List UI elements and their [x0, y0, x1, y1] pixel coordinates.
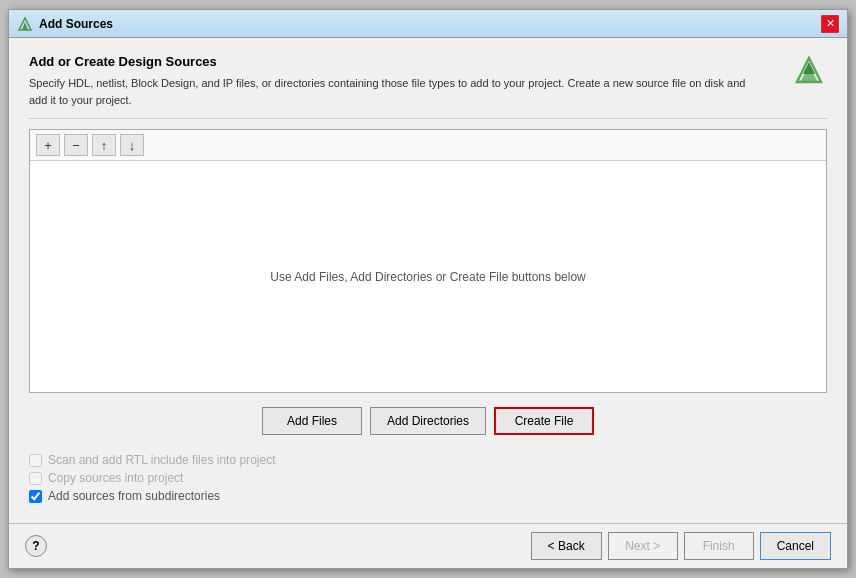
minus-icon: − — [72, 138, 80, 153]
copy-sources-label: Copy sources into project — [48, 471, 183, 485]
app-icon — [17, 16, 33, 32]
header-section: Add or Create Design Sources Specify HDL… — [29, 54, 827, 119]
next-button[interactable]: Next > — [608, 532, 678, 560]
footer: ? < Back Next > Finish Cancel — [9, 523, 847, 568]
add-files-button[interactable]: Add Files — [262, 407, 362, 435]
copy-sources-option[interactable]: Copy sources into project — [29, 471, 827, 485]
finish-button[interactable]: Finish — [684, 532, 754, 560]
title-bar-left: Add Sources — [17, 16, 113, 32]
main-content: Add or Create Design Sources Specify HDL… — [9, 38, 847, 523]
up-arrow-icon: ↑ — [101, 138, 108, 153]
create-file-button[interactable]: Create File — [494, 407, 594, 435]
header-description: Specify HDL, netlist, Block Design, and … — [29, 75, 749, 108]
add-directories-button[interactable]: Add Directories — [370, 407, 486, 435]
footer-left: ? — [25, 535, 47, 557]
dialog-title: Add Sources — [39, 17, 113, 31]
toolbar: + − ↑ ↓ — [30, 130, 826, 161]
close-button[interactable]: ✕ — [821, 15, 839, 33]
remove-toolbar-button[interactable]: − — [64, 134, 88, 156]
help-button[interactable]: ? — [25, 535, 47, 557]
title-bar: Add Sources ✕ — [9, 10, 847, 38]
file-list-empty-message: Use Add Files, Add Directories or Create… — [30, 161, 826, 392]
add-subdirectories-checkbox[interactable] — [29, 490, 42, 503]
dialog: Add Sources ✕ Add or Create Design Sourc… — [8, 9, 848, 569]
header-text: Add or Create Design Sources Specify HDL… — [29, 54, 781, 108]
move-up-toolbar-button[interactable]: ↑ — [92, 134, 116, 156]
file-panel: + − ↑ ↓ Use Add Files, Add Directories o… — [29, 129, 827, 393]
header-title: Add or Create Design Sources — [29, 54, 781, 69]
plus-icon: + — [44, 138, 52, 153]
back-button[interactable]: < Back — [531, 532, 602, 560]
down-arrow-icon: ↓ — [129, 138, 136, 153]
move-down-toolbar-button[interactable]: ↓ — [120, 134, 144, 156]
add-subdirectories-label: Add sources from subdirectories — [48, 489, 220, 503]
vivado-logo — [791, 54, 827, 90]
scan-rtl-option[interactable]: Scan and add RTL include files into proj… — [29, 453, 827, 467]
options-section: Scan and add RTL include files into proj… — [29, 449, 827, 507]
action-buttons: Add Files Add Directories Create File — [29, 403, 827, 439]
footer-right: < Back Next > Finish Cancel — [531, 532, 831, 560]
scan-rtl-label: Scan and add RTL include files into proj… — [48, 453, 275, 467]
add-subdirectories-option[interactable]: Add sources from subdirectories — [29, 489, 827, 503]
copy-sources-checkbox[interactable] — [29, 472, 42, 485]
scan-rtl-checkbox[interactable] — [29, 454, 42, 467]
cancel-button[interactable]: Cancel — [760, 532, 831, 560]
add-file-toolbar-button[interactable]: + — [36, 134, 60, 156]
